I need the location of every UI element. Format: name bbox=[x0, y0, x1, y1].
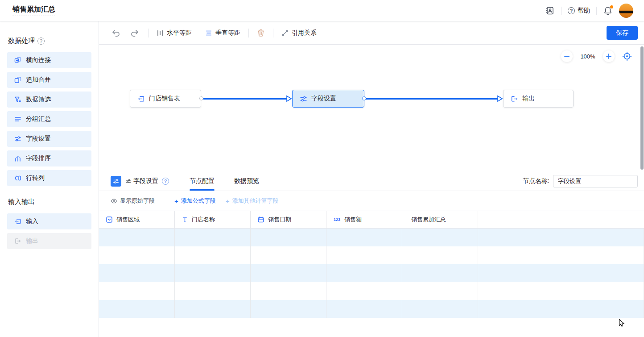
redo-button[interactable] bbox=[130, 28, 140, 38]
node-output-port[interactable] bbox=[362, 96, 366, 100]
canvas-vertical-scrollbar[interactable] bbox=[640, 46, 644, 170]
divider bbox=[596, 7, 597, 15]
field-settings-icon bbox=[14, 135, 21, 142]
divider bbox=[248, 29, 249, 37]
show-original-fields-button[interactable]: 显示原始字段 bbox=[111, 197, 155, 205]
sidebar-item-field-settings[interactable]: 字段设置 bbox=[7, 131, 91, 147]
cell bbox=[478, 282, 644, 300]
cell bbox=[251, 246, 326, 264]
node-field-settings[interactable]: 字段设置 bbox=[292, 90, 364, 108]
sidebar-item-row-to-column[interactable]: 行转列 bbox=[7, 170, 91, 186]
edge-fieldsettings-to-output bbox=[366, 98, 498, 100]
cell bbox=[99, 229, 175, 246]
node-name-input[interactable] bbox=[553, 175, 638, 187]
contact-book-icon[interactable] bbox=[545, 6, 555, 16]
help-button[interactable]: ? 帮助 bbox=[568, 7, 590, 15]
node-input-table[interactable]: 门店销售表 bbox=[130, 90, 201, 108]
reference-relation-label: 引用关系 bbox=[292, 29, 317, 37]
tab-data-preview[interactable]: 数据预览 bbox=[234, 172, 259, 191]
sidebar-item-output: 输出 bbox=[7, 233, 91, 249]
node-label: 门店销售表 bbox=[149, 95, 180, 103]
column-header-sales-region[interactable]: 销售区域 bbox=[99, 211, 175, 228]
filter-icon bbox=[14, 96, 21, 103]
main-area: 水平等距 垂直等距 引用关系 保存 100% bbox=[99, 21, 644, 337]
table-row[interactable] bbox=[99, 300, 644, 318]
sidebar-item-label: 追加合并 bbox=[26, 76, 51, 84]
column-label: 销售日期 bbox=[268, 216, 291, 224]
cell bbox=[251, 264, 326, 282]
canvas-toolbar: 水平等距 垂直等距 引用关系 保存 bbox=[99, 21, 644, 45]
column-header-sales-cumulative[interactable]: 销售累加汇总 bbox=[402, 211, 478, 228]
sidebar-item-input[interactable]: 输入 bbox=[7, 213, 91, 229]
group-summary-icon bbox=[14, 116, 21, 123]
eye-icon bbox=[111, 198, 117, 204]
cell bbox=[402, 246, 478, 264]
zoom-out-button[interactable] bbox=[561, 50, 573, 62]
horizontal-spacing-button[interactable]: 水平等距 bbox=[157, 29, 192, 37]
vertical-spacing-button[interactable]: 垂直等距 bbox=[205, 29, 240, 37]
text-type-icon bbox=[182, 217, 188, 223]
field-settings-badge-icon bbox=[111, 176, 121, 187]
table-row[interactable] bbox=[99, 264, 644, 282]
node-type-text: 字段设置 bbox=[133, 177, 158, 185]
column-header-store-name[interactable]: 门店名称 bbox=[175, 211, 251, 228]
add-formula-field-button[interactable]: + 添加公式字段 bbox=[174, 197, 216, 205]
table-row[interactable] bbox=[99, 246, 644, 264]
sidebar-item-filter[interactable]: 数据筛选 bbox=[7, 92, 91, 108]
sidebar-item-label: 横向连接 bbox=[26, 56, 51, 64]
user-avatar[interactable] bbox=[619, 4, 633, 18]
save-button[interactable]: 保存 bbox=[607, 26, 638, 40]
join-horizontal-icon bbox=[14, 57, 21, 64]
node-output[interactable]: 输出 bbox=[503, 90, 574, 108]
column-label: 销售额 bbox=[344, 216, 362, 224]
flow-canvas[interactable]: 100% 门店销售表 bbox=[99, 45, 644, 172]
zoom-in-button[interactable] bbox=[603, 50, 615, 62]
sidebar-item-field-sort[interactable]: 字段排序 bbox=[7, 150, 91, 166]
add-other-calc-field-button: + 添加其他计算字段 bbox=[226, 197, 279, 205]
cell bbox=[326, 264, 402, 282]
notification-bell-icon[interactable] bbox=[603, 6, 613, 16]
number-type-icon: 123 bbox=[334, 217, 340, 222]
delete-node-button[interactable] bbox=[257, 29, 265, 37]
node-name-label: 节点名称: bbox=[523, 177, 549, 185]
sidebar-section-data-processing: 数据处理 ? bbox=[8, 37, 91, 45]
cell bbox=[99, 282, 175, 300]
undo-button[interactable] bbox=[111, 28, 120, 38]
top-bar: 销售累加汇总 ? 帮助 bbox=[0, 0, 644, 21]
sidebar: 数据处理 ? 横向连接 追加合并 数据筛选 分组汇总 字段设置 字段排序 bbox=[0, 21, 99, 337]
sidebar-item-label: 输出 bbox=[26, 237, 38, 245]
vertical-spacing-icon bbox=[205, 29, 212, 37]
table-row[interactable] bbox=[99, 229, 644, 246]
output-icon bbox=[511, 95, 518, 103]
column-label: 门店名称 bbox=[192, 216, 215, 224]
column-header-empty bbox=[478, 211, 644, 228]
notification-badge bbox=[610, 5, 613, 8]
reference-relation-button[interactable]: 引用关系 bbox=[281, 29, 317, 37]
cell bbox=[326, 246, 402, 264]
sidebar-item-join-horizontal[interactable]: 横向连接 bbox=[7, 52, 91, 68]
cell bbox=[402, 264, 478, 282]
section-help-icon[interactable]: ? bbox=[37, 37, 45, 45]
column-header-sales-amount[interactable]: 123 销售额 bbox=[326, 211, 402, 228]
cell bbox=[326, 282, 402, 300]
column-header-sales-date[interactable]: 销售日期 bbox=[251, 211, 326, 228]
cell bbox=[251, 229, 326, 246]
sidebar-item-group-summary[interactable]: 分组汇总 bbox=[7, 111, 91, 127]
node-output-port[interactable] bbox=[199, 96, 203, 100]
column-label: 销售累加汇总 bbox=[411, 216, 446, 224]
show-original-fields-label: 显示原始字段 bbox=[120, 197, 155, 205]
append-merge-icon bbox=[14, 76, 21, 83]
table-row[interactable] bbox=[99, 282, 644, 300]
output-icon bbox=[14, 237, 21, 245]
panel-help-icon[interactable]: ? bbox=[162, 178, 169, 185]
topbar-actions: ? 帮助 bbox=[545, 4, 633, 18]
cell bbox=[402, 229, 478, 246]
tab-node-config[interactable]: 节点配置 bbox=[190, 172, 215, 191]
cell bbox=[402, 282, 478, 300]
sidebar-item-append-merge[interactable]: 追加合并 bbox=[7, 72, 91, 88]
cell bbox=[326, 229, 402, 246]
plus-icon: + bbox=[174, 198, 178, 204]
page-title[interactable]: 销售累加汇总 bbox=[12, 5, 55, 16]
horizontal-spacing-label: 水平等距 bbox=[167, 29, 192, 37]
fit-view-button[interactable] bbox=[622, 51, 632, 62]
